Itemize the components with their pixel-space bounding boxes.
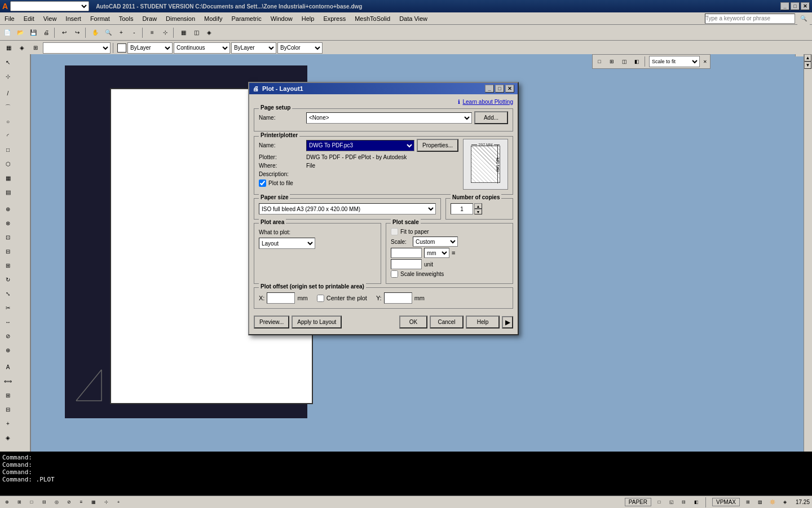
linetype-dropdown[interactable]: Continuous bbox=[174, 42, 230, 54]
status-btn10[interactable]: + bbox=[114, 498, 123, 507]
plot-to-file-checkbox[interactable] bbox=[259, 179, 266, 187]
close-button[interactable]: ✕ bbox=[801, 2, 810, 10]
status-btn9[interactable]: ⊹ bbox=[102, 498, 111, 507]
scroll-down-button[interactable]: ▼ bbox=[804, 62, 811, 69]
status-icon8[interactable]: ◈ bbox=[780, 498, 789, 507]
vp-btn2[interactable]: ⊞ bbox=[606, 56, 617, 67]
tool-scale[interactable]: ⤡ bbox=[1, 287, 15, 300]
zoom-out-button[interactable]: - bbox=[128, 27, 140, 39]
tool-insert-block[interactable]: ⊞ bbox=[1, 388, 15, 402]
offset-y-input[interactable]: 0.00 bbox=[384, 292, 412, 304]
tool-rotate[interactable]: ↻ bbox=[1, 273, 15, 286]
tool-circle[interactable]: ○ bbox=[1, 115, 15, 128]
what-to-plot-dropdown[interactable]: Layout Window Extents Limits Display bbox=[259, 238, 315, 249]
group-button[interactable]: ◫ bbox=[190, 27, 202, 39]
status-btn5[interactable]: ◎ bbox=[52, 498, 61, 507]
search-button[interactable]: 🔍 bbox=[797, 12, 810, 25]
status-btn3[interactable]: □ bbox=[27, 498, 36, 507]
copies-input[interactable]: 1 bbox=[451, 203, 473, 214]
match-prop-button[interactable]: ⊹ bbox=[159, 27, 171, 39]
open-button[interactable]: 📂 bbox=[14, 27, 27, 39]
tool-break[interactable]: ⊘ bbox=[1, 329, 15, 343]
menu-meshtosol[interactable]: MeshToSolid bbox=[350, 12, 395, 24]
scale-to-fit-dropdown[interactable]: Scale to fit bbox=[649, 56, 700, 67]
add-button[interactable]: Add... bbox=[474, 111, 508, 124]
tool-select[interactable]: ↖ bbox=[1, 55, 15, 69]
tool-arc[interactable]: ◜ bbox=[1, 129, 15, 142]
color-dropdown[interactable]: ByLayer bbox=[127, 42, 173, 54]
plot-button[interactable]: 🖨 bbox=[40, 27, 52, 39]
tool-text[interactable]: A bbox=[1, 360, 15, 374]
tool-extra1[interactable]: + bbox=[1, 417, 15, 430]
menu-tools[interactable]: Tools bbox=[114, 12, 138, 24]
menu-file[interactable]: File bbox=[0, 12, 19, 24]
menu-format[interactable]: Format bbox=[86, 12, 114, 24]
workspace-dropdown[interactable]: AutoCAD Classic bbox=[10, 1, 89, 11]
tool-select2[interactable]: ⊹ bbox=[1, 69, 15, 83]
tool-rectangle[interactable]: □ bbox=[1, 143, 15, 156]
scale-value2-input[interactable]: 1 bbox=[391, 259, 422, 269]
dialog-maximize-button[interactable]: □ bbox=[495, 85, 504, 93]
minimize-button[interactable]: _ bbox=[780, 2, 789, 10]
tool-mirror[interactable]: ⊡ bbox=[1, 230, 15, 244]
status-btn6[interactable]: ⊘ bbox=[64, 498, 73, 507]
maximize-button[interactable]: □ bbox=[791, 2, 800, 10]
status-btn4[interactable]: ⊟ bbox=[39, 498, 48, 507]
preview-button[interactable]: Preview... bbox=[254, 316, 289, 329]
new-button[interactable]: 📄 bbox=[1, 27, 14, 39]
layer-dropdown[interactable]: Default bbox=[43, 42, 111, 54]
scroll-up-button[interactable]: ▲ bbox=[804, 54, 811, 62]
vp-btn1[interactable]: □ bbox=[594, 56, 605, 67]
copies-up-button[interactable]: ▲ bbox=[474, 203, 482, 209]
page-setup-name-dropdown[interactable]: <None> bbox=[306, 112, 472, 124]
menu-view[interactable]: View bbox=[39, 12, 61, 24]
tool-hatch[interactable]: ▦ bbox=[1, 171, 15, 185]
menu-dimension[interactable]: Dimension bbox=[161, 12, 200, 24]
lineweight-dropdown[interactable]: ByLayer bbox=[231, 42, 276, 54]
tool-trim[interactable]: ✂ bbox=[1, 301, 15, 314]
status-icon1[interactable]: □ bbox=[655, 498, 664, 507]
apply-to-layout-button[interactable]: Apply to Layout bbox=[292, 316, 342, 329]
zoom-in-button[interactable]: + bbox=[115, 27, 127, 39]
scale-unit1-dropdown[interactable]: mm inches bbox=[424, 248, 449, 258]
menu-window[interactable]: Window bbox=[266, 12, 297, 24]
tool-pline[interactable]: ⌒ bbox=[1, 100, 15, 114]
more-button[interactable]: ▶ bbox=[502, 316, 513, 329]
status-icon2[interactable]: ◱ bbox=[667, 498, 676, 507]
layer-btn2[interactable]: ◈ bbox=[16, 42, 28, 54]
scrollbar-right[interactable]: ▲ ▼ bbox=[804, 54, 812, 474]
menu-modify[interactable]: Modify bbox=[200, 12, 227, 24]
scale-value1-input[interactable]: 1000 bbox=[391, 248, 422, 258]
menu-edit[interactable]: Edit bbox=[19, 12, 39, 24]
status-icon5[interactable]: ⊞ bbox=[743, 498, 752, 507]
ok-button[interactable]: OK bbox=[399, 316, 427, 329]
scale-lineweights-checkbox[interactable] bbox=[391, 270, 398, 278]
scale-dropdown[interactable]: Custom 1:1 1:2 bbox=[413, 237, 458, 247]
copies-down-button[interactable]: ▼ bbox=[474, 209, 482, 214]
tool-offset[interactable]: ⊟ bbox=[1, 244, 15, 258]
properties-button[interactable]: ≡ bbox=[146, 27, 158, 39]
pan-button[interactable]: ✋ bbox=[89, 27, 102, 39]
help-button[interactable]: Help bbox=[466, 316, 500, 329]
status-icon3[interactable]: ⊟ bbox=[679, 498, 689, 507]
center-plot-checkbox[interactable] bbox=[317, 295, 324, 302]
offset-x-input[interactable]: 0.00 bbox=[267, 292, 295, 304]
status-btn1[interactable]: ⊕ bbox=[2, 498, 11, 507]
zoom-button[interactable]: 🔍 bbox=[102, 27, 114, 39]
layer-btn3[interactable]: ⊞ bbox=[29, 42, 42, 54]
properties-button[interactable]: Properties... bbox=[417, 139, 458, 152]
dialog-minimize-button[interactable]: _ bbox=[485, 85, 494, 93]
tool-join[interactable]: ⊕ bbox=[1, 343, 15, 357]
draw-order-button[interactable]: ▦ bbox=[177, 27, 189, 39]
vp-close[interactable]: ✕ bbox=[701, 56, 709, 67]
learn-link[interactable]: Learn about Plotting bbox=[462, 99, 513, 105]
dialog-close-button[interactable]: ✕ bbox=[505, 85, 514, 93]
tool-extend[interactable]: ↔ bbox=[1, 315, 15, 329]
tool-array[interactable]: ⊞ bbox=[1, 259, 15, 272]
status-icon7[interactable]: 🔆 bbox=[768, 498, 777, 507]
tool-gradient[interactable]: ▤ bbox=[1, 185, 15, 199]
tool-polygon[interactable]: ⬡ bbox=[1, 157, 15, 170]
tool-move[interactable]: ⊕ bbox=[1, 202, 15, 216]
isolate-button[interactable]: ◈ bbox=[203, 27, 215, 39]
menu-help[interactable]: Help bbox=[297, 12, 319, 24]
